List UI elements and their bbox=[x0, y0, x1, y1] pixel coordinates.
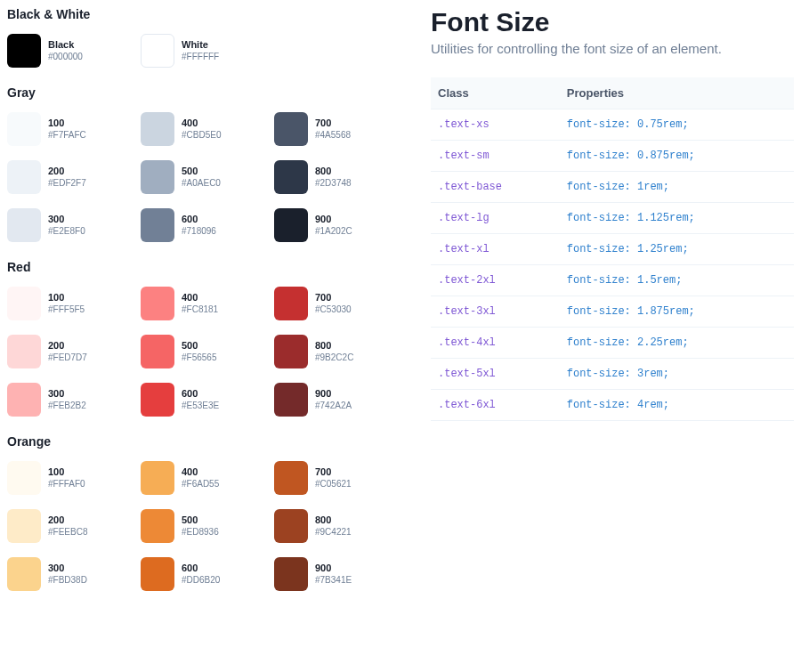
swatch-label: 900#742A2A bbox=[315, 388, 352, 410]
swatch-box bbox=[7, 112, 41, 146]
swatch-box bbox=[7, 461, 41, 495]
color-swatch: 400#CBD5E0 bbox=[141, 112, 265, 146]
utility-property: font-size: 3rem; bbox=[560, 359, 794, 390]
color-swatch: 800#2D3748 bbox=[274, 160, 399, 194]
font-size-table: Class Properties .text-xsfont-size: 0.75… bbox=[431, 77, 794, 421]
color-swatch: 300#FEB2B2 bbox=[7, 383, 132, 417]
swatch-row: 100#FFF5F5400#FC8181700#C53030200#FED7D7… bbox=[7, 287, 417, 417]
swatch-label: 100#FFFAF0 bbox=[48, 466, 85, 489]
color-swatch: 700#C05621 bbox=[274, 461, 399, 495]
color-swatch: 900#742A2A bbox=[274, 383, 399, 417]
swatch-hex: #FED7D7 bbox=[48, 352, 87, 363]
swatch-label: 300#FBD38D bbox=[48, 563, 87, 585]
swatch-hex: #7B341E bbox=[315, 575, 352, 586]
utility-property: font-size: 1.5rem; bbox=[560, 265, 794, 296]
color-swatch: Black#000000 bbox=[7, 34, 132, 68]
color-swatch: 500#A0AEC0 bbox=[141, 160, 265, 194]
swatch-name: White bbox=[182, 39, 219, 51]
swatch-label: 100#FFF5F5 bbox=[48, 292, 85, 314]
color-swatch: 300#FBD38D bbox=[7, 557, 132, 591]
color-palette-panel: Black & WhiteBlack#000000White#FFFFFFGra… bbox=[7, 7, 417, 598]
swatch-box bbox=[7, 287, 41, 320]
swatch-box bbox=[274, 461, 308, 495]
swatch-hex: #E2E8F0 bbox=[48, 226, 85, 237]
swatch-hex: #9C4221 bbox=[315, 527, 352, 538]
swatch-hex: #1A202C bbox=[315, 226, 352, 237]
swatch-box bbox=[141, 557, 174, 591]
swatch-hex: #CBD5E0 bbox=[182, 130, 221, 141]
utility-property: font-size: 0.75rem; bbox=[560, 109, 794, 141]
swatch-box bbox=[274, 160, 308, 194]
color-swatch: 200#EDF2F7 bbox=[7, 160, 132, 194]
swatch-hex: #FBD38D bbox=[48, 575, 87, 586]
swatch-hex: #FFFFFF bbox=[182, 52, 219, 62]
swatch-label: 400#CBD5E0 bbox=[182, 117, 221, 140]
swatch-box bbox=[141, 383, 174, 417]
swatch-name: 800 bbox=[315, 166, 352, 177]
color-swatch: 500#ED8936 bbox=[141, 509, 265, 543]
swatch-name: 300 bbox=[48, 563, 87, 574]
swatch-row: 100#FFFAF0400#F6AD55700#C05621200#FEEBC8… bbox=[7, 461, 417, 591]
swatch-name: 900 bbox=[315, 563, 352, 574]
swatch-hex: #F7FAFC bbox=[48, 130, 86, 141]
utility-property: font-size: 1.125rem; bbox=[560, 203, 794, 234]
swatch-label: 400#FC8181 bbox=[182, 292, 218, 314]
color-swatch: 900#1A202C bbox=[274, 208, 399, 242]
table-header-class: Class bbox=[431, 77, 560, 109]
swatch-label: 600#DD6B20 bbox=[182, 563, 220, 585]
swatch-box bbox=[7, 208, 41, 242]
swatch-hex: #FEEBC8 bbox=[48, 527, 87, 538]
swatch-hex: #2D3748 bbox=[315, 178, 352, 189]
swatch-box bbox=[274, 383, 308, 417]
swatch-hex: #9B2C2C bbox=[315, 352, 353, 363]
swatch-label: 500#F56565 bbox=[182, 340, 216, 362]
swatch-hex: #C53030 bbox=[315, 304, 352, 315]
color-swatch: 500#F56565 bbox=[141, 335, 265, 368]
color-swatch: 200#FED7D7 bbox=[7, 335, 132, 368]
swatch-name: 400 bbox=[182, 292, 218, 304]
palette-section-title: Gray bbox=[7, 85, 417, 100]
swatch-name: 100 bbox=[48, 117, 86, 129]
swatch-label: 200#EDF2F7 bbox=[48, 166, 86, 188]
color-swatch: 600#DD6B20 bbox=[141, 557, 265, 591]
swatch-name: 900 bbox=[315, 388, 352, 400]
swatch-hex: #FFF5F5 bbox=[48, 304, 85, 315]
swatch-box bbox=[141, 112, 174, 146]
palette-section-title: Black & White bbox=[7, 7, 417, 21]
swatch-label: 600#E53E3E bbox=[182, 388, 219, 410]
swatch-name: 800 bbox=[315, 340, 353, 352]
swatch-label: 800#9C4221 bbox=[315, 514, 352, 537]
color-swatch: 900#7B341E bbox=[274, 557, 399, 591]
swatch-name: 400 bbox=[182, 466, 219, 478]
color-swatch: 100#FFF5F5 bbox=[7, 287, 132, 320]
utility-property: font-size: 1rem; bbox=[560, 172, 794, 203]
swatch-box bbox=[7, 383, 41, 417]
swatch-label: 700#C53030 bbox=[315, 292, 352, 314]
page-title: Font Size bbox=[431, 7, 794, 37]
table-row: .text-xsfont-size: 0.75rem; bbox=[431, 109, 794, 141]
color-swatch: 400#FC8181 bbox=[141, 287, 265, 320]
utility-class: .text-4xl bbox=[431, 328, 560, 359]
swatch-name: 400 bbox=[182, 117, 221, 129]
swatch-box bbox=[141, 208, 174, 242]
swatch-hex: #FFFAF0 bbox=[48, 479, 85, 490]
swatch-name: 500 bbox=[182, 514, 219, 526]
swatch-label: 200#FEEBC8 bbox=[48, 514, 87, 537]
swatch-label: 500#ED8936 bbox=[182, 514, 219, 537]
swatch-hex: #ED8936 bbox=[182, 527, 219, 538]
swatch-name: 200 bbox=[48, 166, 86, 177]
color-swatch: 700#4A5568 bbox=[274, 112, 399, 146]
swatch-label: 900#1A202C bbox=[315, 214, 352, 236]
swatch-name: 500 bbox=[182, 166, 221, 177]
swatch-hex: #F56565 bbox=[182, 352, 216, 363]
swatch-box bbox=[7, 557, 41, 591]
color-swatch: White#FFFFFF bbox=[141, 34, 265, 68]
color-swatch: 600#E53E3E bbox=[141, 383, 265, 417]
swatch-row: Black#000000White#FFFFFF bbox=[7, 34, 417, 68]
swatch-hex: #FC8181 bbox=[182, 304, 218, 315]
utility-property: font-size: 0.875rem; bbox=[560, 141, 794, 172]
swatch-name: 700 bbox=[315, 292, 352, 304]
utility-class: .text-xs bbox=[431, 109, 560, 141]
swatch-box bbox=[274, 557, 308, 591]
swatch-box bbox=[7, 160, 41, 194]
